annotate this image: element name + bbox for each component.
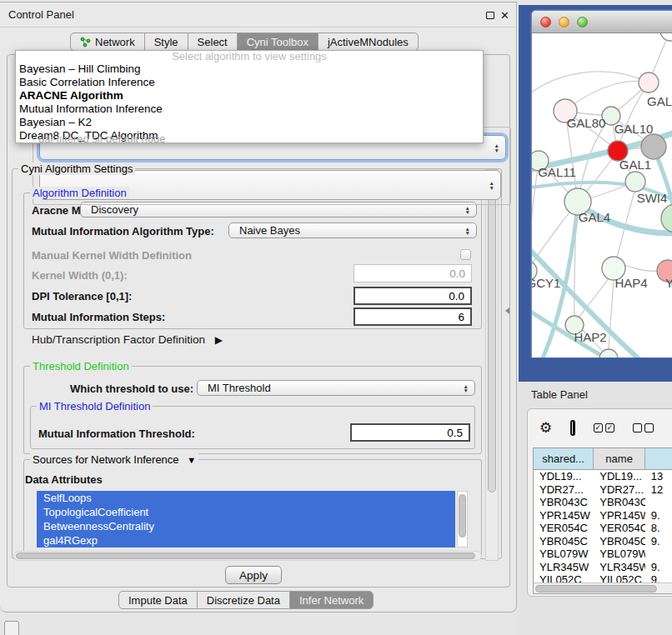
kernel-width-field[interactable]: 0.0 — [354, 264, 472, 282]
aracne-mode-value: Discovery — [91, 203, 138, 216]
table-cell: 9. — [645, 509, 672, 522]
settings-horizontal-scrollbar[interactable] — [13, 551, 482, 561]
manual-kernel-checkbox[interactable] — [460, 249, 471, 260]
checked-boxes-icon[interactable] — [594, 423, 614, 432]
splitpane-collapse-icon[interactable] — [505, 308, 509, 314]
manual-kernel-label: Manual Kernel Width Definition — [32, 249, 192, 262]
zoom-traffic-light-icon[interactable] — [577, 17, 588, 28]
float-window-icon[interactable] — [486, 12, 494, 19]
dropdown-item-bayesian-hill-climbing[interactable]: Bayesian – Hill Climbing — [16, 62, 483, 76]
expander-arrow-icon: ▶ — [215, 334, 223, 346]
table-panel-title: Table Panel — [531, 388, 588, 401]
network-canvas[interactable]: GALGAL80GAL10GAL1GAL11SWI4GAL4GCY1HAP4YH… — [532, 33, 672, 358]
close-traffic-light-icon[interactable] — [540, 17, 551, 28]
table-toolbar: ⚙ — [528, 409, 672, 446]
attribute-item-betweennesscentrality[interactable]: BetweennessCentrality — [37, 519, 455, 533]
settings-vertical-scrollbar[interactable] — [485, 169, 499, 561]
table-row[interactable]: YBR043CYBR043C — [534, 496, 672, 509]
tab-style[interactable]: Style — [145, 33, 188, 50]
table-row[interactable]: YDL19...YDL19...13 — [534, 470, 672, 483]
table-cell: 9. — [645, 561, 672, 574]
column-header-name[interactable]: name — [594, 448, 645, 469]
column-header-shared-[interactable]: shared... — [534, 448, 594, 469]
hub-expander[interactable]: Hub/Transcription Factor Definition ▶ — [32, 333, 223, 346]
node-label-hap2: HAP2 — [574, 330, 606, 344]
tab-label: Impute Data — [128, 594, 188, 607]
bottom-tab-discretize-data[interactable]: Discretize Data — [198, 592, 290, 608]
kernel-width-label: Kernel Width (0,1): — [32, 269, 128, 282]
node-label-gal4: GAL4 — [579, 210, 610, 224]
network-node[interactable] — [660, 33, 672, 41]
attribute-item-gal4rgexp[interactable]: gal4RGexp — [37, 533, 455, 548]
tab-network[interactable]: Network — [71, 33, 145, 50]
scrollbar-thumb[interactable] — [16, 552, 475, 559]
table-row[interactable]: YPR145WYPR145W9. — [534, 509, 672, 522]
node-label-gal: GAL — [647, 94, 672, 108]
combo-arrows-icon — [494, 143, 499, 152]
table-row[interactable]: YBR045CYBR045C9. — [534, 535, 672, 548]
table-row[interactable]: YBL079WYBL079W — [534, 548, 672, 561]
network-node-labels: GALGAL80GAL10GAL1GAL11SWI4GAL4GCY1HAP4YH… — [532, 94, 672, 344]
dropdown-item-list[interactable]: Bayesian – Hill ClimbingBasic Correlatio… — [16, 62, 483, 142]
dropdown-item-aracne-algorithm[interactable]: ARACNE Algorithm — [16, 89, 483, 102]
table-horizontal-scrollbar[interactable] — [534, 582, 672, 593]
combo-arrows-icon — [464, 383, 469, 392]
dropdown-item-basic-correlation-inference[interactable]: Basic Correlation Inference — [16, 76, 483, 89]
table-row[interactable]: YER054CYER054C8. — [534, 522, 672, 535]
columns-icon[interactable] — [570, 420, 575, 436]
bottom-tab-infer-network[interactable]: Infer Network — [290, 592, 373, 608]
apply-button[interactable]: Apply — [225, 566, 282, 584]
attributes-vertical-scrollbar[interactable] — [457, 491, 468, 548]
dropdown-item-bayesian-k2[interactable]: Bayesian – K2 — [16, 116, 483, 129]
table-cell — [645, 548, 672, 561]
sources-title-label: Sources for Network Inference — [33, 453, 179, 466]
attribute-item-topologicalcoefficient[interactable]: TopologicalCoefficient — [37, 505, 455, 519]
table-cell: YBR045C — [594, 535, 645, 548]
algorithm-dropdown-popup[interactable]: Select algorithm to view settings Bayesi… — [15, 50, 484, 143]
collapse-arrow-icon: ▼ — [187, 455, 196, 465]
control-panel-titlebar: Control Panel ✕ — [0, 2, 516, 28]
attribute-item-selfloops[interactable]: SelfLoops — [37, 491, 455, 505]
table-row[interactable]: YLR345WYLR345W9. — [534, 561, 672, 574]
scrollbar-thumb[interactable] — [488, 172, 496, 492]
screen: GALGAL80GAL10GAL1GAL11SWI4GAL4GCY1HAP4YH… — [0, 0, 672, 635]
tab-jactivemnodules[interactable]: jActiveMNodules — [318, 33, 418, 50]
gear-icon[interactable]: ⚙ — [539, 421, 552, 435]
mi-threshold-label: Mutual Information Threshold: — [38, 428, 195, 440]
combo-arrows-icon — [489, 181, 494, 190]
minimize-traffic-light-icon[interactable] — [559, 17, 569, 28]
mi-threshold-group-title: MI Threshold Definition — [37, 400, 153, 412]
table-row[interactable]: YDR27...YDR27...12 — [534, 483, 672, 497]
tab-cyni-toolbox[interactable]: Cyni Toolbox — [238, 33, 318, 50]
network-node[interactable] — [641, 134, 666, 159]
column-header-hidden[interactable] — [645, 448, 672, 469]
scrollbar-thumb[interactable] — [535, 585, 657, 592]
table-cell: YLR345W — [594, 561, 645, 574]
node-label-gal80: GAL80 — [567, 116, 606, 130]
network-window-titlebar[interactable] — [532, 11, 672, 33]
table-header-row[interactable]: shared...name — [534, 448, 672, 470]
table-body[interactable]: YDL19...YDL19...13YDR27...YDR27...12YBR0… — [534, 470, 672, 587]
mi-steps-field[interactable]: 6 — [354, 308, 472, 326]
tab-select[interactable]: Select — [188, 33, 238, 50]
dropdown-item-mutual-information-inference[interactable]: Mutual Information Inference — [16, 102, 483, 116]
network-node[interactable] — [625, 172, 645, 192]
which-threshold-combobox[interactable]: MI Threshold — [197, 380, 475, 396]
data-attributes-list[interactable]: SelfLoopsTopologicalCoefficientBetweenne… — [37, 491, 455, 548]
close-window-icon[interactable]: ✕ — [500, 10, 509, 21]
mi-threshold-field[interactable]: 0.5 — [350, 423, 470, 442]
attribute-table[interactable]: shared...name YDL19...YDL19...13YDR27...… — [533, 448, 672, 594]
bottom-tab-bar: Impute DataDiscretize DataInfer Network — [118, 591, 374, 609]
scrollbar-thumb[interactable] — [459, 494, 466, 538]
mi-type-combobox[interactable]: Naive Bayes — [228, 222, 477, 238]
network-node[interactable] — [639, 72, 659, 92]
unchecked-boxes-icon[interactable] — [633, 423, 654, 432]
network-node[interactable] — [661, 204, 672, 232]
minimized-panel-icon[interactable] — [4, 621, 19, 635]
combo-arrows-icon — [465, 205, 470, 214]
sources-group-title[interactable]: Sources for Network Inference ▼ — [30, 453, 198, 466]
tab-label: Style — [154, 36, 178, 48]
dpi-tolerance-field[interactable]: 0.0 — [354, 287, 472, 305]
table-cell: YDR27... — [594, 483, 645, 497]
bottom-tab-impute-data[interactable]: Impute Data — [119, 592, 198, 608]
